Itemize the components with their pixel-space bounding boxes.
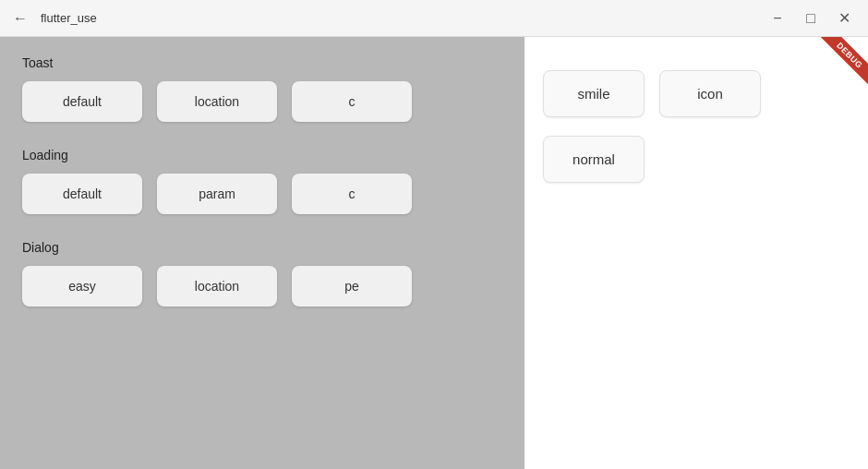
minimize-button[interactable]: − <box>765 6 790 31</box>
dialog-section: Dialog easy location pe <box>22 240 502 307</box>
toast-default-button[interactable]: default <box>22 81 142 122</box>
toast-c-button[interactable]: c <box>292 81 412 122</box>
right-bottom-buttons: normal <box>543 136 850 183</box>
minimize-icon: − <box>773 10 781 27</box>
icon-button[interactable]: icon <box>659 70 761 117</box>
loading-param-button[interactable]: param <box>157 174 277 214</box>
dialog-easy-button[interactable]: easy <box>22 266 142 307</box>
close-button[interactable]: ✕ <box>831 6 857 31</box>
left-panel: Toast default location c Loading default… <box>0 37 524 469</box>
titlebar: ← flutter_use − □ ✕ <box>0 0 868 37</box>
dialog-label: Dialog <box>22 240 502 255</box>
toast-location-button[interactable]: location <box>157 81 277 122</box>
dialog-pe-button[interactable]: pe <box>292 266 412 307</box>
loading-c-button[interactable]: c <box>292 174 412 214</box>
right-top-buttons: smile icon <box>543 70 850 117</box>
close-icon: ✕ <box>838 9 850 27</box>
maximize-icon: □ <box>806 10 815 27</box>
normal-button[interactable]: normal <box>543 136 645 183</box>
loading-section: Loading default param c <box>22 148 502 214</box>
loading-button-row: default param c <box>22 174 502 214</box>
toast-label: Toast <box>22 55 502 70</box>
window-controls: − □ ✕ <box>765 6 857 31</box>
smile-button[interactable]: smile <box>543 70 645 117</box>
maximize-button[interactable]: □ <box>798 6 824 31</box>
loading-default-button[interactable]: default <box>22 174 142 214</box>
toast-button-row: default location c <box>22 81 502 122</box>
dialog-location-button[interactable]: location <box>157 266 277 307</box>
back-button[interactable]: ← <box>11 9 30 28</box>
right-panel: DEBUG smile icon normal <box>524 37 868 469</box>
loading-label: Loading <box>22 148 502 162</box>
main-layout: Toast default location c Loading default… <box>0 37 868 469</box>
app-title: flutter_use <box>41 11 97 25</box>
dialog-button-row: easy location pe <box>22 266 502 307</box>
back-icon: ← <box>13 10 28 27</box>
toast-section: Toast default location c <box>22 55 502 122</box>
